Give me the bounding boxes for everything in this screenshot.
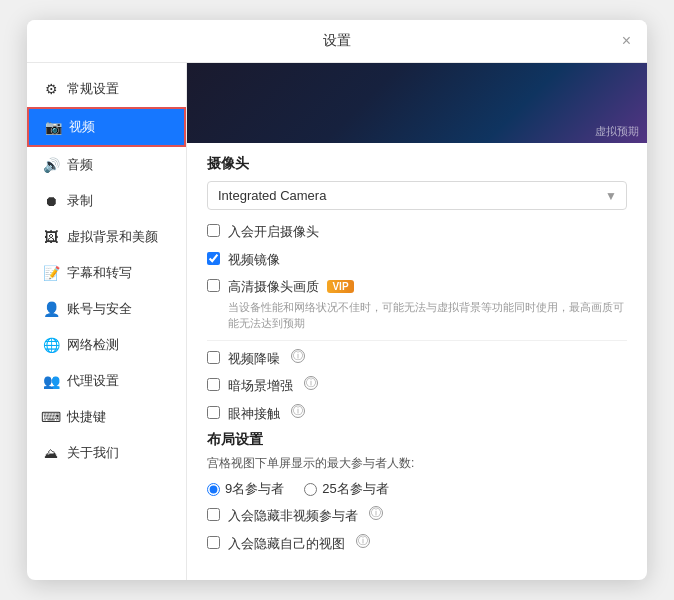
video-icon: 📷 [45,119,61,135]
sidebar-label-shortcut: 快捷键 [67,408,106,426]
sidebar-item-record[interactable]: ⏺ 录制 [27,183,186,219]
eye-contact-label: 眼神接触 [228,404,280,424]
option-denoise: 视频降噪 ⓘ [207,349,627,369]
radio-9p-input[interactable] [207,483,220,496]
divider-1 [207,340,627,341]
close-button[interactable]: × [622,33,631,49]
open-camera-checkbox[interactable] [207,224,220,237]
about-icon: ⛰ [43,445,59,461]
sidebar-item-shortcut[interactable]: ⌨ 快捷键 [27,399,186,435]
radio-25p[interactable]: 25名参与者 [304,480,388,498]
option-mirror: 视频镜像 [207,250,627,270]
sidebar-item-subtitle[interactable]: 📝 字幕和转写 [27,255,186,291]
radio-25p-label: 25名参与者 [322,480,388,498]
audio-icon: 🔊 [43,157,59,173]
option-hide-self: 入会隐藏自己的视图 ⓘ [207,534,627,554]
sidebar-label-video: 视频 [69,118,95,136]
sidebar-label-about: 关于我们 [67,444,119,462]
hide-non-video-info-icon[interactable]: ⓘ [369,506,383,520]
gear-icon: ⚙ [43,81,59,97]
hide-non-video-label: 入会隐藏非视频参与者 [228,506,358,526]
dialog-body: ⚙ 常规设置 📷 视频 🔊 音频 ⏺ 录制 🖼 虚拟背景和美颜 📝 字幕和转 [27,63,647,580]
settings-dialog: 设置 × ⚙ 常规设置 📷 视频 🔊 音频 ⏺ 录制 🖼 [27,20,647,580]
camera-select[interactable]: Integrated Camera [207,181,627,210]
sidebar-label-virtual-bg: 虚拟背景和美颜 [67,228,158,246]
option-hd-camera: 高清摄像头画质 VIP 当设备性能和网络状况不佳时，可能无法与虚拟背景等功能同时… [207,277,627,332]
sidebar-item-general[interactable]: ⚙ 常规设置 [27,71,186,107]
hd-camera-label: 高清摄像头画质 [228,279,319,294]
shortcut-icon: ⌨ [43,409,59,425]
network-icon: 🌐 [43,337,59,353]
hd-camera-content: 高清摄像头画质 VIP 当设备性能和网络状况不佳时，可能无法与虚拟背景等功能同时… [228,277,627,332]
camera-select-wrapper: Integrated Camera ▼ [207,181,627,210]
sidebar-item-account[interactable]: 👤 账号与安全 [27,291,186,327]
content-inner: 摄像头 Integrated Camera ▼ 入会开启摄像头 视频镜像 [187,143,647,577]
hd-camera-hint: 当设备性能和网络状况不佳时，可能无法与虚拟背景等功能同时使用，最高画质可能无法达… [228,299,627,332]
camera-preview: 虚拟预期 [187,63,647,143]
mirror-checkbox[interactable] [207,252,220,265]
hd-camera-checkbox[interactable] [207,279,220,292]
sidebar-label-general: 常规设置 [67,80,119,98]
option-lowlight: 暗场景增强 ⓘ [207,376,627,396]
sidebar-label-audio: 音频 [67,156,93,174]
sidebar-label-proxy: 代理设置 [67,372,119,390]
dialog-header: 设置 × [27,20,647,63]
dialog-title: 设置 [323,32,351,50]
sidebar: ⚙ 常规设置 📷 视频 🔊 音频 ⏺ 录制 🖼 虚拟背景和美颜 📝 字幕和转 [27,63,187,580]
hide-self-checkbox[interactable] [207,536,220,549]
preview-label: 虚拟预期 [595,124,639,139]
proxy-icon: 👥 [43,373,59,389]
sidebar-item-proxy[interactable]: 👥 代理设置 [27,363,186,399]
open-camera-label: 入会开启摄像头 [228,222,319,242]
hide-non-video-checkbox[interactable] [207,508,220,521]
denoise-info-icon[interactable]: ⓘ [291,349,305,363]
sidebar-item-audio[interactable]: 🔊 音频 [27,147,186,183]
sidebar-label-network: 网络检测 [67,336,119,354]
radio-25p-input[interactable] [304,483,317,496]
main-content: 虚拟预期 摄像头 Integrated Camera ▼ 入会开启摄像头 [187,63,647,580]
vip-badge: VIP [327,280,353,293]
subtitle-icon: 📝 [43,265,59,281]
option-open-camera: 入会开启摄像头 [207,222,627,242]
sidebar-item-network[interactable]: 🌐 网络检测 [27,327,186,363]
layout-desc: 宫格视图下单屏显示的最大参与者人数: [207,455,627,472]
sidebar-item-about[interactable]: ⛰ 关于我们 [27,435,186,471]
radio-9p[interactable]: 9名参与者 [207,480,284,498]
sidebar-item-virtual-bg[interactable]: 🖼 虚拟背景和美颜 [27,219,186,255]
eye-contact-checkbox[interactable] [207,406,220,419]
virtual-bg-icon: 🖼 [43,229,59,245]
hd-camera-label-row: 高清摄像头画质 VIP [228,277,627,297]
lowlight-checkbox[interactable] [207,378,220,391]
account-icon: 👤 [43,301,59,317]
eye-contact-info-icon[interactable]: ⓘ [291,404,305,418]
radio-9p-label: 9名参与者 [225,480,284,498]
mirror-label: 视频镜像 [228,250,280,270]
sidebar-item-video[interactable]: 📷 视频 [27,107,186,147]
radio-row: 9名参与者 25名参与者 [207,480,627,498]
camera-section-title: 摄像头 [207,155,627,173]
hide-self-info-icon[interactable]: ⓘ [356,534,370,548]
option-hide-non-video: 入会隐藏非视频参与者 ⓘ [207,506,627,526]
lowlight-info-icon[interactable]: ⓘ [304,376,318,390]
layout-section-title: 布局设置 [207,431,627,449]
hide-self-label: 入会隐藏自己的视图 [228,534,345,554]
option-eye-contact: 眼神接触 ⓘ [207,404,627,424]
record-icon: ⏺ [43,193,59,209]
denoise-label: 视频降噪 [228,349,280,369]
lowlight-label: 暗场景增强 [228,376,293,396]
denoise-checkbox[interactable] [207,351,220,364]
sidebar-label-subtitle: 字幕和转写 [67,264,132,282]
sidebar-label-record: 录制 [67,192,93,210]
sidebar-label-account: 账号与安全 [67,300,132,318]
